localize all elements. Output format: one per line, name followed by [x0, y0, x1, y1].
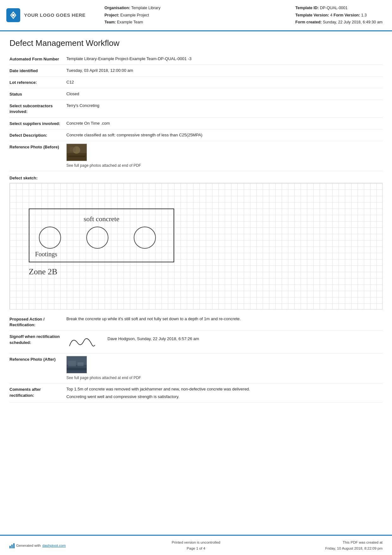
header-right: Template ID: DP-QUAL-0001 Template Versi… [295, 4, 383, 26]
defect-description-value: Concrete classified as soft: compressive… [66, 132, 383, 138]
field-row-suppliers: Select suppliers involved: Concrete On T… [9, 118, 383, 129]
field-row-date-identified: Date identified Tuesday, 03 April 2018, … [9, 65, 383, 77]
bar-2 [11, 545, 13, 548]
status-value: Closed [66, 91, 383, 97]
field-row-reference-photo-after: Reference Photo (After) See full page ph… [9, 353, 383, 384]
defect-description-label: Defect Description: [9, 132, 66, 138]
header: YOUR LOGO GOES HERE Organisation: Templa… [0, 0, 392, 31]
comments-line-1: Top 1.5m of concrete was removed with ja… [66, 386, 383, 392]
reference-photo-after-thumbnail [66, 356, 87, 373]
proposed-action-label: Proposed Action / Rectification: [9, 316, 66, 328]
footer-right: This PDF was created at Friday, 10 Augus… [258, 539, 383, 551]
page-text: Page 1 of 4 [134, 546, 258, 551]
footer-logo: Generated with dashpivot.com [9, 543, 66, 548]
generated-text: Generated with [16, 544, 41, 547]
svg-rect-4 [68, 156, 85, 157]
pdf-created-date: Friday, 10 August 2018, 8:22:09 pm [258, 546, 383, 551]
comments-line-2: Concreting went well and compressive str… [66, 394, 383, 400]
uncontrolled-text: Printed version is uncontrolled [134, 539, 258, 545]
form-created-value: Sunday, 22 July 2018, 6:49:30 am [323, 20, 383, 24]
comments-label: Comments after rectification: [9, 386, 66, 398]
project-label: Project: [105, 13, 119, 17]
header-middle: Organisation: Template Library Project: … [92, 4, 289, 26]
page: YOUR LOGO GOES HERE Organisation: Templa… [0, 0, 392, 555]
dashpivot-link[interactable]: dashpivot.com [42, 544, 66, 547]
reference-photo-before-caption: See full page photos attached at end of … [66, 163, 383, 168]
field-row-signoff: Signoff when rectification scheduled: Da… [9, 331, 383, 353]
comments-value: Top 1.5m of concrete was removed with ja… [66, 386, 383, 400]
template-id-value: DP-QUAL-0001 [320, 6, 348, 10]
field-row-subcontractors: Select subcontractors involved: Terry's … [9, 100, 383, 117]
field-row-reference-photo-before: Reference Photo (Before) See full page p… [9, 141, 383, 171]
project-value: Example Project [120, 13, 149, 17]
reference-photo-after-value: See full page photos attached at end of … [66, 356, 383, 381]
page-title: Defect Management Workflow [9, 38, 383, 48]
field-row-lot-reference: Lot reference: C12 [9, 77, 383, 88]
org-value: Template Library [131, 6, 160, 10]
reference-photo-after-caption: See full page photos attached at end of … [66, 375, 383, 381]
signoff-value: Dave Hodgson, Sunday, 22 July 2018, 6:57… [66, 333, 383, 351]
team-value: Example Team [117, 20, 143, 24]
signature-block: Dave Hodgson, Sunday, 22 July 2018, 6:57… [66, 333, 383, 351]
date-identified-label: Date identified [9, 67, 66, 74]
logo-icon [6, 8, 20, 22]
bar-1 [9, 546, 11, 548]
subcontractors-value: Terry's Concreting [66, 103, 383, 109]
proposed-action-value: Break the concrete up while it's still s… [66, 316, 383, 322]
sketch-footings-text: Footings [35, 251, 57, 258]
reference-photo-before-thumbnail [66, 144, 87, 161]
signature-image [66, 333, 98, 351]
field-row-defect-description: Defect Description: Concrete classified … [9, 129, 383, 141]
field-row-comments: Comments after rectification: Top 1.5m o… [9, 384, 383, 402]
form-created-line: Form created: Sunday, 22 July 2018, 6:49… [295, 19, 383, 26]
sketch-circle-1 [39, 227, 61, 249]
svg-rect-9 [77, 363, 83, 366]
automated-form-number-value: Template Library-Example Project-Example… [66, 56, 383, 62]
svg-rect-8 [68, 361, 76, 366]
template-id-label: Template ID: [295, 6, 319, 10]
signoff-person-value: Dave Hodgson, Sunday, 22 July 2018, 6:57… [107, 333, 199, 342]
subcontractors-label: Select subcontractors involved: [9, 103, 66, 115]
footer-logo-bars [9, 543, 15, 548]
sketch-soft-concrete-text: soft concrete [84, 215, 119, 223]
sketch-inner-rect: soft concrete Footings [29, 209, 174, 262]
logo-text: YOUR LOGO GOES HERE [24, 12, 86, 18]
org-label: Organisation: [105, 6, 130, 10]
svg-rect-5 [70, 147, 76, 152]
reference-photo-before-value: See full page photos attached at end of … [66, 144, 383, 168]
team-line: Team: Example Team [105, 19, 289, 26]
reference-photo-before-label: Reference Photo (Before) [9, 144, 66, 150]
field-row-status: Status Closed [9, 88, 383, 100]
team-label: Team: [105, 20, 116, 24]
project-line: Project: Example Project [105, 12, 289, 19]
sketch-section: Defect sketch: soft concrete Footings Zo… [9, 176, 383, 309]
footer-center: Printed version is uncontrolled Page 1 o… [134, 539, 258, 551]
content: Defect Management Workflow Automated For… [0, 31, 392, 409]
reference-photo-after-label: Reference Photo (After) [9, 356, 66, 362]
form-created-label: Form created: [295, 20, 322, 24]
sketch-grid: soft concrete Footings Zone 2B [9, 183, 383, 309]
svg-rect-10 [67, 368, 87, 371]
logo-block: YOUR LOGO GOES HERE [6, 4, 86, 26]
status-label: Status [9, 91, 66, 97]
suppliers-value: Concrete On Time .com [66, 120, 383, 127]
defect-sketch-label: Defect sketch: [9, 176, 383, 180]
date-identified-value: Tuesday, 03 April 2018, 12:00:00 am [66, 67, 383, 74]
sketch-circle-3 [134, 227, 156, 249]
svg-point-0 [12, 14, 15, 16]
template-version-line: Template Version: 4 Form Version: 1.3 [295, 12, 383, 19]
signoff-label: Signoff when rectification scheduled: [9, 333, 66, 345]
suppliers-label: Select suppliers involved: [9, 120, 66, 127]
bar-3 [13, 543, 15, 548]
template-id-line: Template ID: DP-QUAL-0001 [295, 4, 383, 12]
sketch-zone-text: Zone 2B [29, 267, 57, 277]
field-row-automated-form-number: Automated Form Number Template Library-E… [9, 53, 383, 65]
automated-form-number-label: Automated Form Number [9, 56, 66, 62]
footer-left: Generated with dashpivot.com [9, 543, 134, 548]
org-line: Organisation: Template Library [105, 4, 289, 12]
sketch-circle-2 [86, 227, 108, 249]
field-row-proposed-action: Proposed Action / Rectification: Break t… [9, 313, 383, 331]
lot-reference-value: C12 [66, 79, 383, 85]
pdf-created-text: This PDF was created at [258, 539, 383, 545]
footer: Generated with dashpivot.com Printed ver… [0, 535, 392, 555]
